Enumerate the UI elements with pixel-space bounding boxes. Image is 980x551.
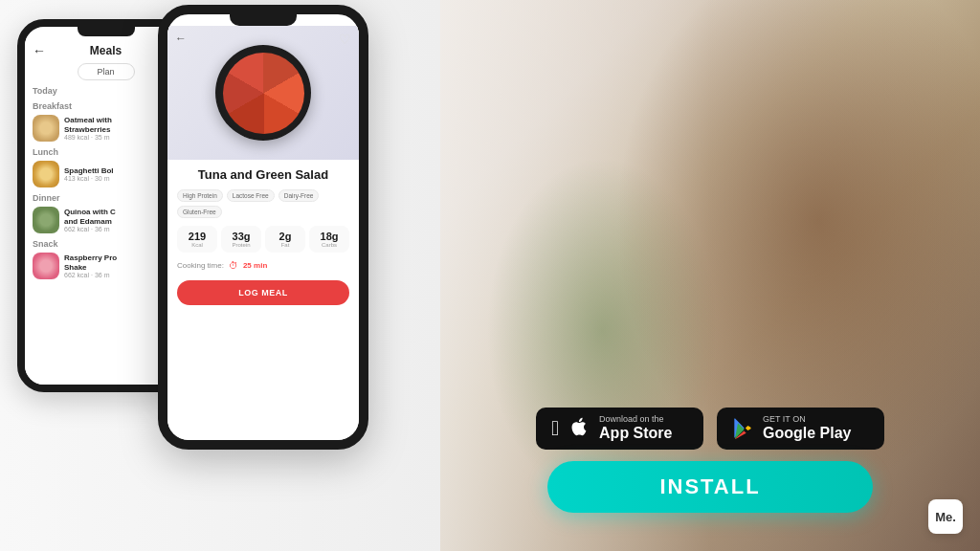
app-store-button[interactable]:  Download on the App Store xyxy=(536,408,703,450)
nutrition-grid: 219 Kcal 33g Protein 2g Fat 18g xyxy=(177,226,349,253)
phone-front: ← ♡ Tuna and Green Salad High Protein La… xyxy=(158,5,368,450)
front-phone-notch xyxy=(230,14,297,26)
nutrition-carbs: 18g Carbs xyxy=(309,226,349,253)
protein-label: Protein xyxy=(224,242,258,248)
google-play-button[interactable]: GET IT ON Google Play xyxy=(717,408,884,450)
right-section:  Download on the App Store xyxy=(440,0,980,551)
meal-thumb-spaghetti xyxy=(33,161,59,187)
food-back-arrow[interactable]: ← xyxy=(175,32,187,45)
install-button[interactable]: INSTALL xyxy=(547,461,873,513)
cooking-time-label: Cooking time: xyxy=(177,261,224,270)
apple-icon:  xyxy=(551,416,559,441)
phones-section: ← Meals Plan Today Breakfast Oatmeal wit… xyxy=(0,0,440,551)
protein-value: 33g xyxy=(224,231,258,242)
tag-dairy-free: Dairy-Free xyxy=(278,189,320,202)
nutrition-kcal: 219 Kcal xyxy=(177,226,217,253)
main-wrapper: ← Meals Plan Today Breakfast Oatmeal wit… xyxy=(0,0,980,551)
kcal-label: Kcal xyxy=(180,242,214,248)
carbs-label: Carbs xyxy=(312,242,346,248)
kcal-value: 219 xyxy=(180,231,214,242)
cooking-time-value: 25 min xyxy=(243,261,267,270)
cooking-time-row: Cooking time: ⏱ 25 min xyxy=(177,260,349,271)
app-store-name: App Store xyxy=(599,424,672,442)
back-phone-notch xyxy=(78,27,135,36)
plan-button[interactable]: Plan xyxy=(78,63,135,80)
tag-gluten-free: Gluten-Free xyxy=(177,206,222,218)
meal-thumb-oatmeal xyxy=(33,115,59,142)
tag-high-protein: High Protein xyxy=(177,189,223,202)
google-play-icon xyxy=(732,418,753,439)
food-plate xyxy=(215,45,311,141)
timer-icon: ⏱ xyxy=(229,260,238,271)
food-title: Tuna and Green Salad xyxy=(177,167,349,182)
apple-logo-icon xyxy=(568,416,590,437)
store-buttons:  Download on the App Store xyxy=(536,408,884,450)
meals-title: Meals xyxy=(90,44,122,57)
fat-label: Fat xyxy=(268,242,302,248)
google-play-name: Google Play xyxy=(763,424,851,442)
google-play-text: GET IT ON Google Play xyxy=(763,415,851,442)
app-store-subtitle: Download on the xyxy=(599,415,672,424)
food-image-area: ← ♡ xyxy=(167,26,359,160)
app-store-text: Download on the App Store xyxy=(599,415,672,442)
tag-lactose-free: Lactose Free xyxy=(227,189,275,202)
nutrition-protein: 33g Protein xyxy=(221,226,261,253)
carbs-value: 18g xyxy=(312,231,346,242)
nutrition-fat: 2g Fat xyxy=(265,226,305,253)
meal-thumb-quinoa xyxy=(33,207,59,233)
me-logo: Me. xyxy=(928,499,963,534)
food-detail-content: Tuna and Green Salad High Protein Lactos… xyxy=(167,160,359,440)
tags-row: High Protein Lactose Free Dairy-Free Glu… xyxy=(177,189,349,218)
log-meal-button[interactable]: LOG MEAL xyxy=(177,280,349,305)
fat-value: 2g xyxy=(268,231,302,242)
meal-thumb-raspberry xyxy=(33,253,59,279)
front-phone-screen: ← ♡ Tuna and Green Salad High Protein La… xyxy=(167,26,359,440)
food-heart-icon[interactable]: ♡ xyxy=(339,32,351,47)
back-arrow-icon[interactable]: ← xyxy=(33,43,46,58)
google-play-subtitle: GET IT ON xyxy=(763,415,851,424)
cta-area:  Download on the App Store xyxy=(459,408,961,513)
